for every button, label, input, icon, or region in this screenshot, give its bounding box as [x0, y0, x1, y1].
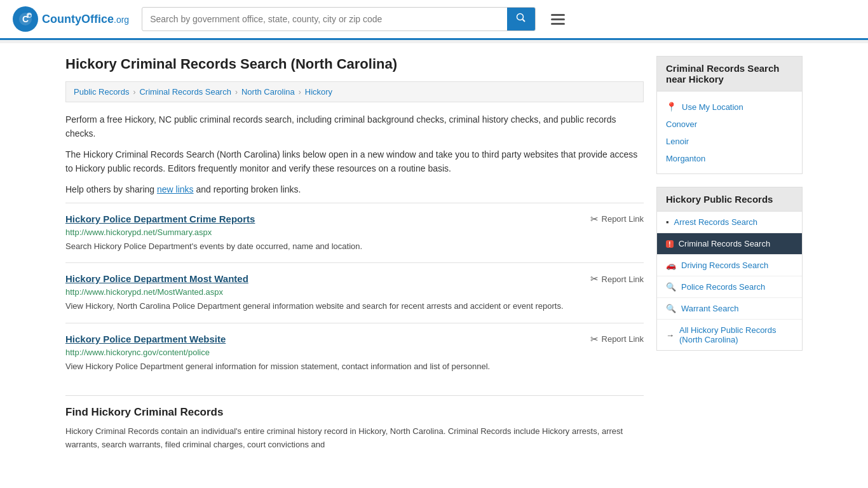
report-icon-3: ✂ [590, 334, 599, 345]
sidebar: Criminal Records Search near Hickory 📍 U… [656, 56, 803, 452]
sidebar-item-warrant-search[interactable]: 🔍 Warrant Search [657, 298, 802, 320]
sidebar-nearby-heading: Criminal Records Search near Hickory [656, 56, 803, 91]
all-records-arrow: → [666, 330, 674, 340]
desc-para-1: Perform a free Hickory, NC public crimin… [65, 112, 644, 141]
find-title: Find Hickory Criminal Records [65, 406, 644, 419]
report-label-2: Report Link [602, 274, 644, 284]
sidebar-records-heading: Hickory Public Records [656, 187, 803, 211]
police-records-link[interactable]: Police Records Search [681, 282, 765, 292]
new-links-link[interactable]: new links [157, 184, 194, 194]
warrant-search-link[interactable]: Warrant Search [681, 304, 739, 313]
result-url-2[interactable]: http://www.hickorypd.net/MostWanted.aspx [65, 287, 644, 297]
find-section: Find Hickory Criminal Records Hickory Cr… [65, 395, 644, 452]
nearby-city-conover: Conover [657, 116, 802, 133]
search-input[interactable] [142, 9, 507, 29]
breadcrumb-sep-3: › [299, 88, 301, 97]
sidebar-item-arrest-records[interactable]: ▪ Arrest Records Search [657, 212, 802, 233]
site-header: C ★ CountyOffice.org [0, 0, 868, 43]
warrant-search-icon: 🔍 [666, 304, 676, 313]
result-url-3[interactable]: http://www.hickorync.gov/content/police [65, 348, 644, 357]
result-desc-1: Search Hickory Police Department's event… [65, 240, 644, 253]
nearby-city-lenoir: Lenoir [657, 133, 802, 150]
breadcrumb-sep-2: › [235, 88, 238, 97]
find-desc: Hickory Criminal Records contain an indi… [65, 425, 644, 452]
nearby-city-lenoir-link[interactable]: Lenoir [666, 137, 689, 146]
desc-para-3: Help others by sharing new links and rep… [65, 182, 644, 196]
desc-para-2: The Hickory Criminal Records Search (Nor… [65, 147, 644, 176]
sidebar-records-section: Hickory Public Records ▪ Arrest Records … [656, 187, 803, 351]
result-title-1[interactable]: Hickory Police Department Crime Reports [65, 214, 255, 224]
report-icon-1: ✂ [590, 214, 599, 225]
result-desc-2: View Hickory, North Carolina Police Depa… [65, 300, 644, 313]
report-link-button-3[interactable]: ✂ Report Link [590, 334, 644, 345]
result-card-3: Hickory Police Department Website ✂ Repo… [65, 323, 644, 383]
use-my-location-link[interactable]: Use My Location [682, 102, 743, 112]
breadcrumb-hickory[interactable]: Hickory [305, 87, 332, 97]
page-title: Hickory Criminal Records Search (North C… [65, 56, 644, 72]
report-link-button-2[interactable]: ✂ Report Link [590, 273, 644, 285]
breadcrumb-north-carolina[interactable]: North Carolina [241, 87, 295, 97]
nearby-city-conover-link[interactable]: Conover [666, 119, 697, 129]
report-link-button-1[interactable]: ✂ Report Link [590, 214, 644, 225]
result-card-2: Hickory Police Department Most Wanted ✂ … [65, 262, 644, 323]
pin-icon: 📍 [666, 102, 677, 112]
sidebar-all-records-item: → All Hickory Public Records (North Caro… [657, 320, 802, 350]
driving-records-link[interactable]: Driving Records Search [681, 261, 768, 270]
breadcrumb: Public Records › Criminal Records Search… [65, 81, 644, 102]
result-url-1[interactable]: http://www.hickorypd.net/Summary.aspx [65, 227, 644, 237]
result-title-2[interactable]: Hickory Police Department Most Wanted [65, 273, 248, 284]
all-records-link[interactable]: All Hickory Public Records (North Caroli… [679, 325, 793, 344]
logo-icon: C ★ [13, 6, 38, 32]
svg-line-6 [523, 20, 526, 22]
result-card-1: Hickory Police Department Crime Reports … [65, 203, 644, 263]
sidebar-item-criminal-records[interactable]: ! Criminal Records Search [657, 233, 802, 255]
nearby-city-morganton: Morganton [657, 150, 802, 167]
breadcrumb-sep-1: › [133, 88, 135, 97]
criminal-records-link[interactable]: Criminal Records Search [679, 239, 771, 248]
logo-text-label: CountyOffice.org [42, 13, 129, 26]
report-label-3: Report Link [602, 334, 644, 344]
desc-para-3-post: and reporting broken links. [194, 184, 301, 194]
breadcrumb-criminal-records[interactable]: Criminal Records Search [139, 87, 231, 97]
search-button[interactable] [507, 8, 535, 30]
desc-para-3-pre: Help others by sharing [65, 184, 157, 194]
sidebar-nearby-section: Criminal Records Search near Hickory 📍 U… [656, 56, 803, 174]
search-bar [142, 7, 536, 31]
report-label-1: Report Link [602, 214, 644, 224]
arrest-records-icon: ▪ [666, 217, 669, 227]
sidebar-nearby-content: 📍 Use My Location Conover Lenoir Morgant… [656, 91, 803, 174]
driving-records-icon: 🚗 [666, 261, 676, 270]
sidebar-item-police-records[interactable]: 🔍 Police Records Search [657, 276, 802, 298]
report-icon-2: ✂ [590, 273, 599, 285]
breadcrumb-public-records[interactable]: Public Records [74, 87, 129, 97]
main-content: Hickory Criminal Records Search (North C… [65, 56, 644, 452]
result-desc-3: View Hickory Police Department general i… [65, 360, 644, 373]
nearby-city-morganton-link[interactable]: Morganton [666, 154, 705, 163]
criminal-records-icon: ! [666, 240, 674, 248]
results-list: Hickory Police Department Crime Reports … [65, 203, 644, 383]
sidebar-item-driving-records[interactable]: 🚗 Driving Records Search [657, 255, 802, 276]
menu-button[interactable] [548, 11, 567, 27]
use-location-item: 📍 Use My Location [657, 98, 802, 116]
page-layout: Hickory Criminal Records Search (North C… [53, 43, 815, 464]
svg-point-5 [517, 14, 524, 20]
sidebar-records-list: ▪ Arrest Records Search ! Criminal Recor… [656, 211, 803, 351]
police-records-icon: 🔍 [666, 282, 676, 292]
arrest-records-link[interactable]: Arrest Records Search [674, 217, 758, 227]
site-logo[interactable]: C ★ CountyOffice.org [13, 6, 129, 32]
result-title-3[interactable]: Hickory Police Department Website [65, 334, 226, 344]
